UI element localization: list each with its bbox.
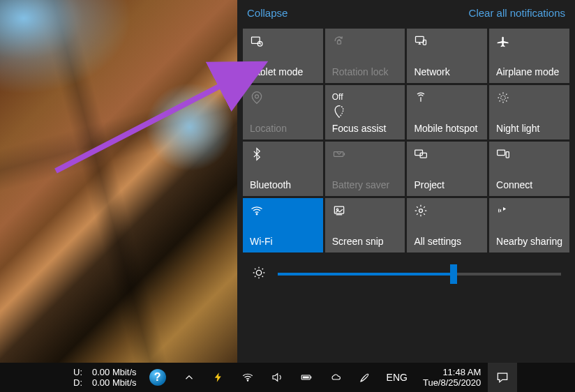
clock-date: Tue/8/25/2020	[423, 377, 481, 388]
tile-label: Wi-Fi	[250, 236, 316, 247]
language-indicator[interactable]: ENG	[387, 372, 408, 383]
focus-assist-tile[interactable]: Off Focus assist	[325, 85, 405, 140]
net-down-label: D:	[73, 377, 82, 388]
tile-label: Battery saver	[332, 179, 398, 190]
clock-time: 11:48 AM	[423, 367, 481, 377]
brightness-slider-fill	[278, 273, 454, 276]
airplane-mode-tile[interactable]: Airplane mode	[489, 29, 569, 83]
quick-actions-grid: Tablet mode Rotation lock Network Airpla…	[237, 29, 575, 252]
desktop-wallpaper	[0, 0, 237, 363]
location-tile[interactable]: Location	[243, 85, 323, 140]
hotspot-icon	[414, 91, 428, 105]
svg-point-15	[336, 209, 338, 211]
clear-notifications-link[interactable]: Clear all notifications	[469, 7, 565, 19]
network-icon	[414, 34, 428, 48]
screen-snip-icon	[332, 204, 346, 218]
focus-assist-icon	[332, 105, 346, 119]
tile-label: Nearby sharing	[496, 236, 562, 247]
night-light-tile[interactable]: Night light	[489, 85, 569, 140]
tile-label: Location	[250, 123, 316, 134]
action-center-panel: Collapse Clear all notifications Tablet …	[237, 0, 575, 363]
tablet-mode-icon	[250, 34, 264, 48]
network-tile[interactable]: Network	[407, 29, 487, 83]
net-down-value: 0.00 Mbit/s	[92, 377, 137, 388]
airplane-icon	[496, 34, 510, 48]
svg-rect-20	[302, 377, 308, 379]
brightness-slider-thumb[interactable]	[450, 264, 457, 284]
action-center-header: Collapse Clear all notifications	[237, 0, 575, 29]
tile-label: Connect	[496, 179, 562, 190]
location-icon	[250, 91, 264, 105]
wifi-tile[interactable]: Wi-Fi	[243, 198, 323, 252]
svg-point-13	[256, 213, 257, 215]
action-center-tray-button[interactable]	[488, 363, 517, 392]
wifi-tray-icon[interactable]	[241, 371, 254, 384]
svg-point-17	[256, 270, 261, 275]
bluetooth-icon	[250, 147, 264, 161]
night-light-icon	[496, 91, 510, 105]
nearby-sharing-tile[interactable]: Nearby sharing	[489, 198, 569, 252]
svg-rect-3	[337, 40, 341, 44]
all-settings-tile[interactable]: All settings	[407, 198, 487, 252]
net-up-label: U:	[73, 367, 82, 377]
project-icon	[414, 147, 428, 161]
tile-label: Network	[414, 66, 480, 77]
svg-point-16	[419, 209, 423, 213]
pen-tray-icon[interactable]	[359, 371, 371, 384]
mobile-hotspot-tile[interactable]: Mobile hotspot	[407, 85, 487, 140]
help-tray-icon[interactable]: ?	[149, 369, 166, 386]
collapse-link[interactable]: Collapse	[247, 7, 288, 19]
net-up-value: 0.00 Mbit/s	[92, 367, 137, 377]
tile-label: Screen snip	[332, 236, 398, 247]
brightness-row	[237, 252, 575, 296]
brightness-icon	[251, 265, 267, 283]
onedrive-tray-icon[interactable]	[329, 371, 342, 384]
rotation-lock-tile[interactable]: Rotation lock	[325, 29, 405, 83]
brightness-slider[interactable]	[278, 273, 561, 276]
battery-saver-tile[interactable]: Battery saver	[325, 142, 405, 196]
svg-rect-12	[506, 152, 509, 158]
battery-tray-icon[interactable]	[300, 371, 313, 384]
tile-label: Focus assist	[332, 123, 398, 134]
tile-label: Rotation lock	[332, 66, 398, 77]
tile-label: Project	[414, 179, 480, 190]
nearby-sharing-icon	[496, 204, 510, 218]
settings-icon	[414, 204, 428, 218]
taskbar: U: 0.00 Mbit/s D: 0.00 Mbit/s ?	[0, 363, 575, 392]
power-tray-icon[interactable]	[212, 371, 225, 384]
tile-label: Bluetooth	[250, 179, 316, 190]
volume-tray-icon[interactable]	[271, 371, 283, 384]
svg-point-6	[255, 95, 259, 98]
rotation-lock-icon	[332, 34, 346, 48]
connect-tile[interactable]: Connect	[489, 142, 569, 196]
focus-assist-state: Off	[332, 92, 398, 102]
svg-rect-11	[498, 150, 505, 156]
tile-label: Mobile hotspot	[414, 123, 480, 134]
tile-label: All settings	[414, 236, 480, 247]
battery-saver-icon	[332, 147, 346, 161]
system-tray	[183, 371, 371, 384]
screen-snip-tile[interactable]: Screen snip	[325, 198, 405, 252]
project-tile[interactable]: Project	[407, 142, 487, 196]
svg-rect-5	[424, 40, 426, 45]
tile-label: Airplane mode	[496, 66, 562, 77]
network-speed-meter: U: 0.00 Mbit/s D: 0.00 Mbit/s	[0, 367, 137, 388]
tile-label: Tablet mode	[250, 66, 316, 77]
tablet-mode-tile[interactable]: Tablet mode	[243, 29, 323, 83]
bluetooth-tile[interactable]: Bluetooth	[243, 142, 323, 196]
tile-label: Night light	[496, 123, 562, 134]
svg-point-7	[501, 96, 506, 100]
taskbar-clock[interactable]: 11:48 AM Tue/8/25/2020	[423, 367, 481, 388]
tray-overflow-icon[interactable]	[183, 371, 195, 384]
svg-point-18	[247, 380, 248, 382]
connect-icon	[496, 147, 510, 161]
wifi-icon	[250, 204, 264, 218]
svg-rect-4	[416, 36, 424, 42]
